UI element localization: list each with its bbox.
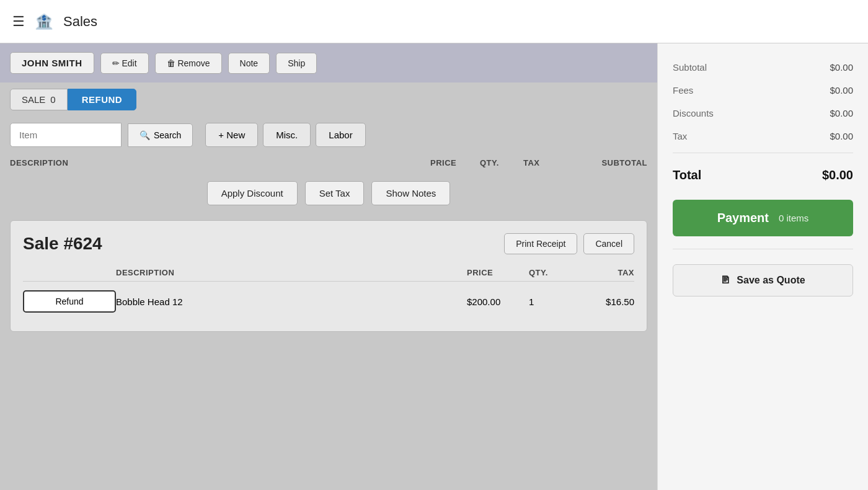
- misc-button[interactable]: Misc.: [263, 123, 311, 147]
- sale-col-description: DESCRIPTION: [116, 268, 467, 277]
- sale-table-headers: DESCRIPTION PRICE QTY. TAX: [23, 264, 634, 282]
- search-label: Search: [154, 130, 181, 140]
- save-quote-icon: 🖹: [720, 275, 730, 286]
- total-value: $0.00: [822, 168, 853, 182]
- search-icon: 🔍: [140, 130, 150, 140]
- total-label: Total: [673, 168, 701, 182]
- item-qty: 1: [529, 296, 572, 307]
- col-description: DESCRIPTION: [10, 158, 430, 167]
- left-panel: JOHN SMITH ✏ Edit 🗑 Remove Note Ship SAL…: [0, 43, 657, 490]
- cancel-button[interactable]: Cancel: [583, 233, 634, 254]
- new-button[interactable]: + New: [205, 123, 258, 147]
- payment-items-count: 0 items: [779, 213, 808, 223]
- sale-col-tax: TAX: [572, 268, 634, 277]
- sale-tab-count: 0: [50, 94, 55, 105]
- divider: [673, 153, 853, 153]
- discounts-row: Discounts $0.00: [673, 102, 853, 125]
- set-tax-button[interactable]: Set Tax: [305, 181, 365, 205]
- customer-bar: JOHN SMITH ✏ Edit 🗑 Remove Note Ship: [0, 43, 657, 82]
- sale-card-buttons: Print Receipt Cancel: [504, 233, 634, 254]
- item-input[interactable]: [10, 123, 122, 147]
- fees-row: Fees $0.00: [673, 79, 853, 102]
- sale-card: Sale #624 Print Receipt Cancel DESCRIPTI…: [10, 220, 647, 332]
- app-title: Sales: [63, 14, 97, 30]
- tax-value: $0.00: [830, 131, 853, 141]
- sale-card-header: Sale #624 Print Receipt Cancel: [23, 233, 634, 254]
- fees-value: $0.00: [830, 85, 853, 96]
- tax-row: Tax $0.00: [673, 125, 853, 148]
- item-price: $200.00: [467, 296, 529, 307]
- labor-button[interactable]: Labor: [316, 123, 365, 147]
- sale-col-price: PRICE: [467, 268, 529, 277]
- search-button[interactable]: 🔍 Search: [128, 123, 193, 147]
- save-quote-label: Save as Quote: [737, 275, 805, 286]
- sale-tab-label: SALE: [22, 94, 45, 105]
- table-row: Refund Bobble Head 12 $200.00 1 $16.50: [23, 284, 634, 319]
- tax-label: Tax: [673, 131, 687, 141]
- sale-col-qty: QTY.: [529, 268, 572, 277]
- subtotal-value: $0.00: [830, 62, 853, 73]
- hamburger-icon[interactable]: ☰: [12, 14, 25, 30]
- show-notes-button[interactable]: Show Notes: [371, 181, 450, 205]
- remove-button[interactable]: 🗑 Remove: [155, 53, 222, 74]
- note-button[interactable]: Note: [228, 53, 270, 74]
- top-bar: ☰ 🏦 Sales: [0, 0, 868, 43]
- actions-row: Apply Discount Set Tax Show Notes: [0, 172, 657, 214]
- item-tax: $16.50: [572, 296, 634, 307]
- tab-row: SALE 0 REFUND: [0, 82, 657, 117]
- col-qty: QTY.: [480, 158, 523, 167]
- action-btns: + New Misc. Labor: [205, 123, 365, 147]
- subtotal-label: Subtotal: [673, 62, 707, 73]
- total-row: Total $0.00: [673, 161, 853, 190]
- payment-label: Payment: [717, 211, 769, 225]
- right-panel: Subtotal $0.00 Fees $0.00 Discounts $0.0…: [657, 43, 868, 490]
- payment-button[interactable]: Payment 0 items: [673, 200, 853, 236]
- print-receipt-button[interactable]: Print Receipt: [504, 233, 577, 254]
- main-layout: JOHN SMITH ✏ Edit 🗑 Remove Note Ship SAL…: [0, 43, 868, 490]
- apply-discount-button[interactable]: Apply Discount: [207, 181, 298, 205]
- col-tax: TAX: [523, 158, 579, 167]
- sale-number: Sale #624: [23, 234, 102, 254]
- divider-2: [673, 249, 853, 249]
- item-description: Bobble Head 12: [116, 296, 467, 307]
- refund-item-button[interactable]: Refund: [23, 290, 116, 313]
- customer-name-button[interactable]: JOHN SMITH: [10, 52, 94, 74]
- discounts-label: Discounts: [673, 108, 714, 118]
- discounts-value: $0.00: [830, 108, 853, 118]
- ship-button[interactable]: Ship: [276, 53, 317, 74]
- app-icon: 🏦: [35, 13, 53, 30]
- refund-tab[interactable]: REFUND: [68, 89, 137, 110]
- sale-col-refund: [23, 268, 116, 277]
- item-search-bar: 🔍 Search + New Misc. Labor: [0, 117, 657, 153]
- sale-tab[interactable]: SALE 0: [10, 89, 68, 110]
- edit-button[interactable]: ✏ Edit: [100, 53, 149, 74]
- subtotal-row: Subtotal $0.00: [673, 56, 853, 79]
- fees-label: Fees: [673, 85, 693, 96]
- save-as-quote-button[interactable]: 🖹 Save as Quote: [673, 264, 853, 296]
- col-price: PRICE: [430, 158, 480, 167]
- table-column-headers: DESCRIPTION PRICE QTY. TAX SUBTOTAL: [0, 153, 657, 172]
- col-subtotal: SUBTOTAL: [579, 158, 647, 167]
